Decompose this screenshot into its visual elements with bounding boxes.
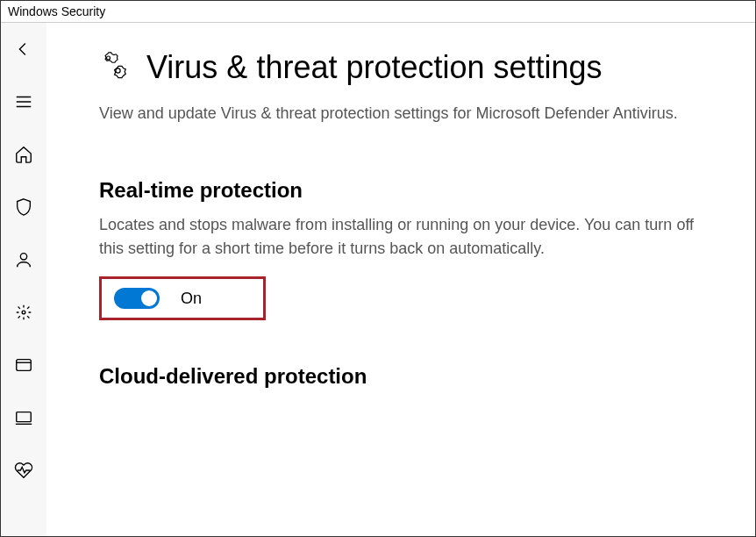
page-title: Virus & threat protection settings bbox=[146, 49, 603, 86]
cloud-section-title: Cloud-delivered protection bbox=[99, 364, 720, 389]
svg-point-1 bbox=[22, 311, 25, 314]
page-subtitle: View and update Virus & threat protectio… bbox=[99, 102, 720, 125]
svg-point-0 bbox=[20, 254, 26, 260]
back-icon[interactable] bbox=[13, 39, 34, 60]
realtime-toggle-highlight: On bbox=[99, 276, 266, 320]
menu-icon[interactable] bbox=[13, 91, 34, 112]
settings-gears-icon bbox=[99, 52, 131, 83]
app-browser-icon[interactable] bbox=[13, 354, 34, 376]
svg-point-4 bbox=[107, 56, 111, 60]
window-title: Windows Security bbox=[8, 4, 105, 18]
svg-rect-2 bbox=[17, 360, 32, 371]
account-icon[interactable] bbox=[13, 249, 34, 270]
svg-point-5 bbox=[116, 68, 120, 73]
device-health-icon[interactable] bbox=[13, 460, 34, 481]
page-header: Virus & threat protection settings bbox=[99, 49, 720, 86]
shield-icon[interactable] bbox=[13, 197, 34, 218]
window-titlebar: Windows Security bbox=[1, 1, 755, 23]
firewall-icon[interactable] bbox=[13, 302, 34, 323]
device-security-icon[interactable] bbox=[13, 407, 34, 428]
svg-rect-3 bbox=[17, 412, 32, 422]
sidebar bbox=[1, 23, 46, 536]
realtime-toggle-label: On bbox=[181, 290, 202, 308]
realtime-section-title: Real-time protection bbox=[99, 178, 720, 203]
home-icon[interactable] bbox=[13, 144, 34, 165]
toggle-thumb bbox=[141, 290, 157, 306]
realtime-section-desc: Locates and stops malware from installin… bbox=[99, 213, 720, 261]
main-content: Virus & threat protection settings View … bbox=[46, 23, 755, 536]
realtime-toggle[interactable] bbox=[114, 288, 160, 309]
